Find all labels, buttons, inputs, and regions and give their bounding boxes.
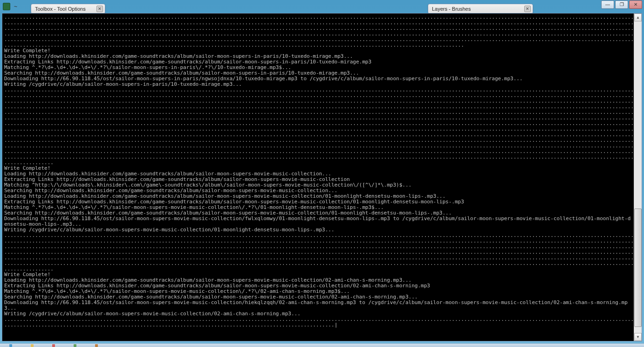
taskbar-item[interactable]	[52, 344, 55, 347]
terminal-window: ........................................…	[2, 13, 642, 341]
window-title: ~	[14, 3, 17, 10]
taskbar-item[interactable]	[31, 344, 34, 347]
app-icon	[3, 3, 10, 10]
scroll-up-icon[interactable]: ▲	[634, 14, 642, 21]
layers-window[interactable]: Layers - Brushes ✕	[428, 4, 533, 14]
progress-dots: ........................................…	[4, 322, 337, 328]
minimize-button[interactable]: —	[601, 0, 614, 9]
close-button[interactable]: ✕	[629, 0, 642, 9]
close-icon[interactable]: ✕	[524, 6, 531, 12]
window-controls: — ❐ ✕	[601, 0, 642, 9]
vertical-scrollbar[interactable]: ▲ ▼	[634, 14, 642, 341]
taskbar-item[interactable]	[74, 344, 76, 347]
toolbox-title: Toolbox - Tool Options	[35, 6, 86, 12]
scroll-down-icon[interactable]: ▼	[634, 333, 642, 341]
toolbox-window[interactable]: Toolbox - Tool Options ✕	[31, 4, 105, 14]
status-downloading: Downloading http://66.90.118.45/ost/sail…	[4, 215, 630, 227]
progress-dots: ........................................…	[4, 42, 464, 48]
scroll-thumb[interactable]	[634, 208, 642, 327]
terminal-output[interactable]: ........................................…	[2, 14, 634, 341]
progress-dots: ........................................…	[4, 260, 634, 266]
taskbar-item[interactable]	[95, 344, 98, 347]
taskbar-item[interactable]	[9, 344, 12, 347]
progress-dots: ........................................…	[4, 154, 634, 160]
taskbar[interactable]	[0, 343, 644, 347]
layers-title: Layers - Brushes	[432, 6, 471, 12]
scroll-track[interactable]	[634, 21, 642, 333]
status-downloading: Downloading http://66.90.118.45/ost/sail…	[4, 299, 628, 311]
title-left-group: ~	[0, 3, 17, 10]
close-icon[interactable]: ✕	[96, 6, 103, 12]
maximize-button[interactable]: ❐	[615, 0, 628, 9]
window-titlebar: ~ Toolbox - Tool Options ✕ Layers - Brus…	[0, 0, 644, 13]
